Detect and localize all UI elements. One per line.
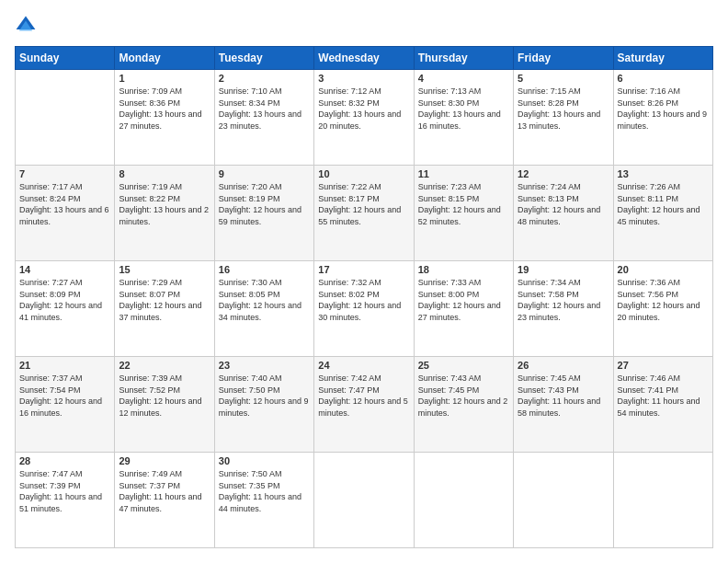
day-info: Sunrise: 7:46 AMSunset: 7:41 PMDaylight:… (618, 373, 709, 419)
calendar-cell: 20Sunrise: 7:36 AMSunset: 7:56 PMDayligh… (613, 261, 712, 357)
day-number: 24 (318, 360, 409, 371)
weekday-header-row: SundayMondayTuesdayWednesdayThursdayFrid… (16, 47, 713, 70)
calendar-cell: 10Sunrise: 7:22 AMSunset: 8:17 PMDayligh… (314, 166, 414, 261)
day-number: 21 (19, 360, 110, 371)
calendar-cell: 9Sunrise: 7:20 AMSunset: 8:19 PMDaylight… (214, 166, 313, 261)
calendar-table: SundayMondayTuesdayWednesdayThursdayFrid… (15, 46, 713, 548)
weekday-header-friday: Friday (514, 47, 613, 70)
calendar-cell: 30Sunrise: 7:50 AMSunset: 7:35 PMDayligh… (214, 453, 313, 548)
day-number: 15 (119, 264, 210, 275)
calendar-cell: 24Sunrise: 7:42 AMSunset: 7:47 PMDayligh… (314, 357, 414, 453)
calendar-cell: 6Sunrise: 7:16 AMSunset: 8:26 PMDaylight… (613, 70, 712, 166)
calendar-cell (314, 453, 414, 548)
calendar-cell: 8Sunrise: 7:19 AMSunset: 8:22 PMDaylight… (115, 166, 214, 261)
day-info: Sunrise: 7:49 AMSunset: 7:37 PMDaylight:… (119, 468, 210, 514)
day-info: Sunrise: 7:39 AMSunset: 7:52 PMDaylight:… (119, 373, 210, 419)
calendar-cell: 13Sunrise: 7:26 AMSunset: 8:11 PMDayligh… (613, 166, 712, 261)
day-info: Sunrise: 7:26 AMSunset: 8:11 PMDaylight:… (618, 181, 709, 227)
calendar-cell: 5Sunrise: 7:15 AMSunset: 8:28 PMDaylight… (514, 70, 613, 166)
day-info: Sunrise: 7:34 AMSunset: 7:58 PMDaylight:… (518, 277, 609, 323)
calendar-cell: 12Sunrise: 7:24 AMSunset: 8:13 PMDayligh… (514, 166, 613, 261)
day-number: 19 (518, 264, 609, 275)
calendar-cell: 18Sunrise: 7:33 AMSunset: 8:00 PMDayligh… (414, 261, 513, 357)
calendar-week-row: 1Sunrise: 7:09 AMSunset: 8:36 PMDaylight… (16, 70, 713, 166)
day-number: 23 (219, 360, 310, 371)
day-number: 7 (19, 168, 110, 179)
day-info: Sunrise: 7:27 AMSunset: 8:09 PMDaylight:… (19, 277, 110, 323)
calendar-cell: 27Sunrise: 7:46 AMSunset: 7:41 PMDayligh… (613, 357, 712, 453)
day-info: Sunrise: 7:22 AMSunset: 8:17 PMDaylight:… (318, 181, 409, 227)
day-number: 27 (618, 360, 709, 371)
weekday-header-thursday: Thursday (414, 47, 513, 70)
day-info: Sunrise: 7:40 AMSunset: 7:50 PMDaylight:… (219, 373, 310, 419)
calendar-cell (414, 453, 513, 548)
day-number: 18 (418, 264, 509, 275)
day-number: 9 (219, 168, 310, 179)
day-info: Sunrise: 7:45 AMSunset: 7:43 PMDaylight:… (518, 373, 609, 419)
weekday-header-wednesday: Wednesday (314, 47, 414, 70)
day-info: Sunrise: 7:43 AMSunset: 7:45 PMDaylight:… (418, 373, 509, 419)
day-number: 22 (119, 360, 210, 371)
day-info: Sunrise: 7:09 AMSunset: 8:36 PMDaylight:… (119, 86, 210, 132)
day-info: Sunrise: 7:42 AMSunset: 7:47 PMDaylight:… (318, 373, 409, 419)
calendar-week-row: 21Sunrise: 7:37 AMSunset: 7:54 PMDayligh… (16, 357, 713, 453)
day-number: 17 (318, 264, 409, 275)
calendar-week-row: 14Sunrise: 7:27 AMSunset: 8:09 PMDayligh… (16, 261, 713, 357)
calendar-cell (514, 453, 613, 548)
day-info: Sunrise: 7:19 AMSunset: 8:22 PMDaylight:… (119, 181, 210, 227)
calendar-cell: 14Sunrise: 7:27 AMSunset: 8:09 PMDayligh… (16, 261, 115, 357)
day-info: Sunrise: 7:47 AMSunset: 7:39 PMDaylight:… (19, 468, 110, 514)
day-number: 12 (518, 168, 609, 179)
day-info: Sunrise: 7:13 AMSunset: 8:30 PMDaylight:… (418, 86, 509, 132)
calendar-cell: 26Sunrise: 7:45 AMSunset: 7:43 PMDayligh… (514, 357, 613, 453)
day-number: 14 (19, 264, 110, 275)
day-number: 13 (618, 168, 709, 179)
logo (15, 15, 39, 37)
calendar-cell: 7Sunrise: 7:17 AMSunset: 8:24 PMDaylight… (16, 166, 115, 261)
weekday-header-saturday: Saturday (613, 47, 712, 70)
calendar-cell: 21Sunrise: 7:37 AMSunset: 7:54 PMDayligh… (16, 357, 115, 453)
calendar-cell: 15Sunrise: 7:29 AMSunset: 8:07 PMDayligh… (115, 261, 214, 357)
calendar-cell: 16Sunrise: 7:30 AMSunset: 8:05 PMDayligh… (214, 261, 313, 357)
calendar-cell: 17Sunrise: 7:32 AMSunset: 8:02 PMDayligh… (314, 261, 414, 357)
page: SundayMondayTuesdayWednesdayThursdayFrid… (0, 0, 728, 563)
calendar-cell: 23Sunrise: 7:40 AMSunset: 7:50 PMDayligh… (214, 357, 313, 453)
day-info: Sunrise: 7:32 AMSunset: 8:02 PMDaylight:… (318, 277, 409, 323)
day-number: 25 (418, 360, 509, 371)
day-number: 3 (318, 73, 409, 84)
calendar-cell: 28Sunrise: 7:47 AMSunset: 7:39 PMDayligh… (16, 453, 115, 548)
day-number: 1 (119, 73, 210, 84)
day-info: Sunrise: 7:23 AMSunset: 8:15 PMDaylight:… (418, 181, 509, 227)
day-number: 2 (219, 73, 310, 84)
calendar-cell: 11Sunrise: 7:23 AMSunset: 8:15 PMDayligh… (414, 166, 513, 261)
day-number: 10 (318, 168, 409, 179)
weekday-header-sunday: Sunday (16, 47, 115, 70)
calendar-cell: 29Sunrise: 7:49 AMSunset: 7:37 PMDayligh… (115, 453, 214, 548)
weekday-header-tuesday: Tuesday (214, 47, 313, 70)
day-number: 6 (618, 73, 709, 84)
calendar-cell: 4Sunrise: 7:13 AMSunset: 8:30 PMDaylight… (414, 70, 513, 166)
day-number: 4 (418, 73, 509, 84)
calendar-week-row: 28Sunrise: 7:47 AMSunset: 7:39 PMDayligh… (16, 453, 713, 548)
day-number: 28 (19, 455, 110, 466)
weekday-header-monday: Monday (115, 47, 214, 70)
calendar-cell: 2Sunrise: 7:10 AMSunset: 8:34 PMDaylight… (214, 70, 313, 166)
day-info: Sunrise: 7:36 AMSunset: 7:56 PMDaylight:… (618, 277, 709, 323)
day-info: Sunrise: 7:24 AMSunset: 8:13 PMDaylight:… (518, 181, 609, 227)
day-number: 5 (518, 73, 609, 84)
calendar-cell: 25Sunrise: 7:43 AMSunset: 7:45 PMDayligh… (414, 357, 513, 453)
calendar-cell (613, 453, 712, 548)
day-number: 26 (518, 360, 609, 371)
calendar-cell: 22Sunrise: 7:39 AMSunset: 7:52 PMDayligh… (115, 357, 214, 453)
header (15, 15, 713, 37)
calendar-cell: 1Sunrise: 7:09 AMSunset: 8:36 PMDaylight… (115, 70, 214, 166)
day-info: Sunrise: 7:30 AMSunset: 8:05 PMDaylight:… (219, 277, 310, 323)
day-number: 20 (618, 264, 709, 275)
calendar-cell: 19Sunrise: 7:34 AMSunset: 7:58 PMDayligh… (514, 261, 613, 357)
day-info: Sunrise: 7:16 AMSunset: 8:26 PMDaylight:… (618, 86, 709, 132)
day-number: 11 (418, 168, 509, 179)
day-number: 30 (219, 455, 310, 466)
day-number: 29 (119, 455, 210, 466)
calendar-cell: 3Sunrise: 7:12 AMSunset: 8:32 PMDaylight… (314, 70, 414, 166)
day-info: Sunrise: 7:29 AMSunset: 8:07 PMDaylight:… (119, 277, 210, 323)
